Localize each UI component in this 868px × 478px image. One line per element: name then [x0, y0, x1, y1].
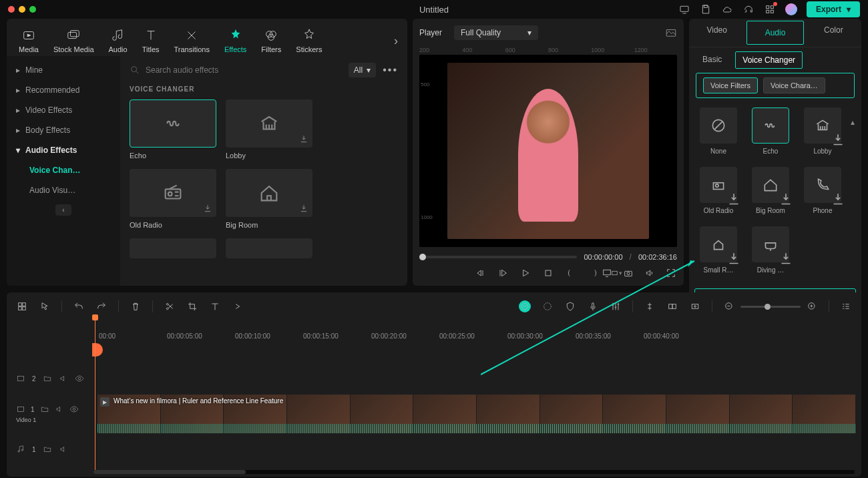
sidebar-item-mine[interactable]: ▸Mine — [7, 60, 120, 80]
rtab-video[interactable]: Video — [689, 19, 744, 47]
record-icon[interactable] — [689, 300, 701, 312]
video-clip[interactable]: ▸ What’s new in filmora | Ruler and Refe… — [97, 395, 856, 433]
folder-icon[interactable] — [43, 374, 52, 383]
preset-more-2[interactable] — [226, 238, 312, 258]
collapse-icon[interactable]: ▴ — [851, 117, 855, 127]
rsub-voice-changer[interactable]: Voice Changer — [735, 51, 803, 69]
display-icon[interactable] — [601, 267, 613, 279]
rsub-basic[interactable]: Basic — [696, 51, 728, 69]
export-button[interactable]: Export▾ — [807, 1, 860, 17]
more-tools-icon[interactable] — [232, 300, 244, 312]
zoom-control[interactable] — [723, 300, 818, 312]
sidebar-item-recommended[interactable]: ▸Recommended — [7, 80, 120, 100]
headset-icon[interactable] — [742, 3, 754, 15]
filter-dropdown[interactable]: All▾ — [349, 63, 376, 77]
tab-effects[interactable]: Effects — [218, 25, 253, 56]
timeline-scrollbar[interactable] — [93, 470, 855, 474]
mark-out-icon[interactable] — [588, 267, 600, 279]
timeline-ruler[interactable]: 00:0000:00:05:0000:00:10:0000:00:15:0000… — [12, 327, 856, 342]
crop-icon[interactable] — [186, 300, 198, 312]
min-dot[interactable] — [19, 6, 25, 13]
apps-icon[interactable] — [764, 3, 776, 15]
download-icon[interactable] — [203, 204, 214, 214]
volume-icon[interactable] — [644, 267, 656, 279]
split-icon[interactable] — [164, 300, 176, 312]
preset-more-1[interactable] — [130, 238, 216, 258]
rtab-audio[interactable]: Audio — [746, 21, 803, 45]
undo-icon[interactable] — [73, 300, 85, 312]
pointer-icon[interactable] — [39, 300, 51, 312]
sidebar-item-audio-effects[interactable]: ▾Audio Effects — [7, 140, 120, 160]
mark-in-icon[interactable] — [565, 267, 577, 279]
preview[interactable]: 5001000 — [419, 55, 677, 247]
chip-voice-filters[interactable]: Voice Filters — [703, 77, 758, 93]
track-a1-header[interactable]: 1 — [12, 445, 95, 454]
stop-icon[interactable] — [542, 267, 554, 279]
snapshot-icon[interactable] — [665, 27, 677, 39]
add-track-icon[interactable] — [16, 300, 28, 312]
mic-icon[interactable] — [587, 300, 599, 312]
cloud-icon[interactable] — [721, 3, 733, 15]
camera-icon[interactable] — [622, 267, 634, 279]
shield-icon[interactable] — [564, 300, 576, 312]
redo-icon[interactable] — [95, 300, 107, 312]
sidebar-item-body-effects[interactable]: ▸Body Effects — [7, 120, 120, 140]
preset-lobby[interactable]: Lobby — [226, 99, 312, 160]
rp-big-room[interactable]: Big Room — [750, 167, 791, 214]
gallery-more[interactable]: ••• — [383, 64, 398, 76]
mute-icon[interactable] — [59, 374, 68, 383]
tab-stickers[interactable]: Stickers — [289, 25, 329, 56]
close-dot[interactable] — [8, 6, 15, 13]
rp-old-radio[interactable]: Old Radio — [698, 167, 738, 214]
tabs-more[interactable]: › — [390, 34, 402, 48]
group-icon[interactable] — [666, 300, 678, 312]
view-options-icon[interactable] — [840, 300, 852, 312]
ai-icon[interactable] — [519, 300, 531, 312]
chip-voice-char[interactable]: Voice Chara… — [763, 77, 825, 93]
quality-dropdown[interactable]: Full Quality▾ — [454, 25, 538, 40]
zoom-in-icon[interactable] — [806, 300, 818, 312]
text-icon[interactable] — [209, 300, 221, 312]
tab-stock[interactable]: Stock Media — [47, 25, 101, 56]
avatar[interactable] — [785, 3, 797, 15]
preset-big-room[interactable]: Big Room — [226, 169, 312, 229]
rp-diving[interactable]: Diving … — [750, 226, 791, 274]
eye-icon[interactable] — [75, 374, 84, 383]
rtab-color[interactable]: Color — [806, 19, 861, 47]
rp-phone[interactable]: Phone — [803, 167, 843, 214]
zoom-out-icon[interactable] — [723, 300, 735, 312]
color-icon[interactable] — [541, 300, 554, 312]
preset-echo[interactable]: Echo — [130, 99, 216, 160]
fullscreen-icon[interactable] — [665, 267, 677, 279]
download-icon[interactable] — [299, 134, 310, 145]
tab-transitions[interactable]: Transitions — [168, 25, 216, 56]
track-v2-header[interactable]: 2 — [12, 374, 95, 383]
play-icon[interactable] — [519, 267, 531, 279]
rp-echo[interactable]: Echo — [750, 107, 791, 155]
prev-frame-icon[interactable] — [474, 267, 486, 279]
search-input[interactable] — [130, 65, 342, 75]
sidebar-item-voice-changer[interactable]: Voice Chan… — [7, 160, 120, 180]
download-icon[interactable] — [299, 204, 310, 214]
sidebar-collapse[interactable]: ‹ — [55, 204, 71, 216]
window-controls[interactable] — [8, 6, 36, 13]
delete-icon[interactable] — [130, 300, 142, 312]
desktop-icon[interactable] — [678, 3, 690, 15]
scrub-bar[interactable]: 00:00:00:00 / 00:02:36:16 — [419, 252, 677, 262]
track-v1-header[interactable]: 1 Video 1 — [12, 405, 95, 423]
preset-old-radio[interactable]: Old Radio — [130, 169, 216, 229]
marker-icon[interactable] — [644, 300, 656, 312]
mixer-icon[interactable] — [610, 300, 622, 312]
tab-titles[interactable]: Titles — [136, 25, 166, 56]
play-pause-icon[interactable] — [497, 267, 509, 279]
sidebar-item-audio-visu[interactable]: Audio Visu… — [7, 180, 120, 200]
playhead[interactable] — [95, 315, 95, 473]
rp-lobby[interactable]: Lobby — [803, 107, 843, 155]
scrub-track[interactable] — [419, 256, 577, 258]
rp-none[interactable]: None — [698, 107, 738, 155]
zoom-slider[interactable] — [740, 306, 801, 308]
trim-handle[interactable] — [92, 343, 103, 356]
save-icon[interactable] — [700, 3, 712, 15]
tab-filters[interactable]: Filters — [254, 25, 288, 56]
sidebar-item-video-effects[interactable]: ▸Video Effects — [7, 100, 120, 120]
